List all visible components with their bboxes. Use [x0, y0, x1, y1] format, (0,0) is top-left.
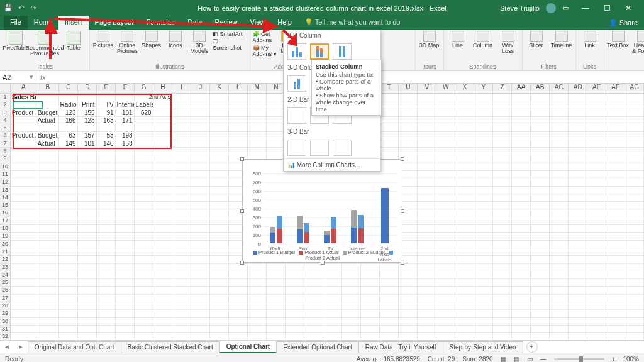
cell[interactable] — [418, 279, 436, 287]
cell[interactable] — [78, 241, 97, 248]
cell[interactable] — [229, 117, 248, 124]
col-header[interactable]: E — [97, 84, 116, 93]
cell[interactable] — [323, 295, 342, 302]
cell[interactable] — [512, 178, 531, 186]
cell[interactable] — [625, 318, 644, 326]
cell[interactable] — [116, 155, 135, 163]
cell[interactable] — [436, 318, 455, 326]
col-header[interactable]: X — [455, 84, 474, 93]
cell[interactable] — [512, 109, 531, 117]
cell[interactable] — [36, 295, 59, 302]
col-header[interactable]: H — [153, 84, 172, 93]
cell[interactable] — [418, 287, 436, 294]
cell[interactable] — [512, 148, 531, 155]
cell[interactable] — [531, 279, 550, 287]
cell[interactable] — [304, 264, 323, 272]
cell[interactable] — [587, 326, 606, 333]
cell[interactable] — [172, 194, 191, 202]
cell[interactable] — [569, 94, 587, 101]
cell[interactable] — [625, 171, 644, 178]
cell[interactable] — [97, 148, 116, 155]
cell[interactable] — [36, 163, 59, 171]
cell[interactable] — [436, 241, 455, 248]
row-header[interactable]: 27 — [0, 295, 11, 302]
cell[interactable] — [512, 202, 531, 209]
col-header[interactable]: L — [229, 84, 248, 93]
cell[interactable] — [436, 264, 455, 272]
cell[interactable] — [474, 171, 493, 178]
cell[interactable] — [11, 333, 36, 340]
cell[interactable] — [78, 233, 97, 240]
cell[interactable] — [587, 209, 606, 217]
cell[interactable] — [569, 124, 587, 132]
cell[interactable]: 181 — [116, 109, 135, 117]
cell[interactable] — [625, 194, 644, 202]
cell[interactable] — [286, 287, 304, 294]
col-header[interactable]: D — [78, 84, 97, 93]
row-header[interactable]: 31 — [0, 326, 11, 333]
cell[interactable] — [455, 310, 474, 317]
cell[interactable] — [606, 117, 625, 124]
cell[interactable] — [36, 279, 59, 287]
cell[interactable]: TV — [97, 101, 116, 109]
cell[interactable] — [455, 333, 474, 340]
cell[interactable] — [78, 302, 97, 310]
cell[interactable] — [625, 178, 644, 186]
cell[interactable] — [78, 194, 97, 202]
cell[interactable] — [229, 279, 248, 287]
cell[interactable] — [153, 318, 172, 326]
cell[interactable] — [625, 217, 644, 225]
sparkline-column-button[interactable]: Column — [472, 31, 494, 48]
close-button[interactable]: ✕ — [618, 3, 639, 13]
cell[interactable] — [229, 318, 248, 326]
cell[interactable] — [191, 155, 210, 163]
cell[interactable] — [248, 132, 267, 140]
cell[interactable] — [116, 333, 135, 340]
cell[interactable] — [135, 241, 153, 248]
cell[interactable] — [606, 140, 625, 148]
cell[interactable]: Product 1 — [11, 109, 36, 117]
cell[interactable] — [361, 333, 380, 340]
cell[interactable] — [135, 117, 153, 124]
cell[interactable] — [436, 101, 455, 109]
cell[interactable] — [380, 148, 399, 155]
cell[interactable] — [36, 326, 59, 333]
cell[interactable] — [153, 295, 172, 302]
cell[interactable] — [78, 187, 97, 194]
cell[interactable] — [550, 287, 569, 294]
cell[interactable] — [550, 333, 569, 340]
share-button[interactable]: 👤 Share — [609, 19, 638, 27]
cell[interactable] — [606, 209, 625, 217]
undo-icon[interactable]: ↶ — [16, 4, 25, 13]
cell[interactable] — [342, 264, 361, 272]
cell[interactable] — [512, 272, 531, 279]
cell[interactable] — [531, 178, 550, 186]
cell[interactable] — [550, 326, 569, 333]
cell[interactable] — [625, 209, 644, 217]
cell[interactable] — [36, 225, 59, 233]
zoom-out-button[interactable]: — — [540, 356, 547, 362]
cell[interactable] — [399, 310, 418, 317]
cell[interactable] — [569, 264, 587, 272]
col-header[interactable]: AG — [625, 84, 644, 93]
cell[interactable] — [587, 225, 606, 233]
row-header[interactable]: 10 — [0, 163, 11, 171]
cell[interactable] — [569, 248, 587, 256]
cell[interactable] — [59, 272, 78, 279]
cell[interactable] — [191, 217, 210, 225]
cell[interactable] — [493, 217, 512, 225]
cell[interactable] — [11, 101, 36, 109]
cell[interactable] — [531, 117, 550, 124]
cell[interactable] — [399, 148, 418, 155]
cell[interactable] — [210, 109, 229, 117]
textbox-button[interactable]: Text Box — [607, 31, 630, 48]
cell[interactable] — [342, 310, 361, 317]
cell[interactable] — [229, 272, 248, 279]
cell[interactable] — [172, 132, 191, 140]
cell[interactable] — [512, 333, 531, 340]
cell[interactable] — [59, 94, 78, 101]
row-header[interactable]: 12 — [0, 178, 11, 186]
cell[interactable] — [135, 333, 153, 340]
cell[interactable] — [587, 148, 606, 155]
col-header[interactable]: AB — [531, 84, 550, 93]
